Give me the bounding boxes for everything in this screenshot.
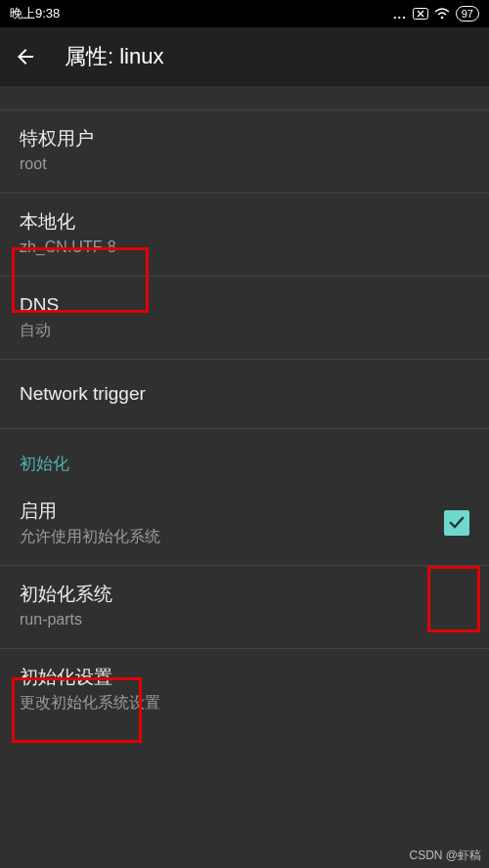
item-network-trigger[interactable]: Network trigger (0, 360, 489, 428)
item-init-settings[interactable]: 初始化设置 更改初始化系统设置 (0, 649, 489, 731)
watermark: CSDN @虾稿 (409, 847, 481, 864)
item-sub: zh_CN.UTF-8 (20, 237, 116, 258)
item-title: 本地化 (20, 209, 116, 235)
item-title: DNS (20, 292, 59, 318)
item-init-system[interactable]: 初始化系统 run-parts (0, 566, 489, 648)
item-locale[interactable]: 本地化 zh_CN.UTF-8 (0, 194, 489, 276)
section-header-init: 初始化 (0, 429, 489, 483)
item-title: 特权用户 (20, 126, 94, 152)
item-title: Network trigger (20, 381, 146, 407)
checkbox-enable-init[interactable] (444, 510, 469, 536)
status-bar: 晚上9:38 ... 97 (0, 0, 489, 27)
section-title: 初始化 (20, 455, 69, 473)
settings-list: 特权用户 root 本地化 zh_CN.UTF-8 DNS 自动 Network… (0, 86, 489, 731)
back-arrow-icon[interactable] (14, 45, 37, 68)
svg-point-1 (440, 17, 443, 20)
item-title: 初始化设置 (20, 665, 160, 690)
status-time: 晚上9:38 (10, 5, 60, 22)
wifi-icon (434, 8, 450, 20)
item-sub: 允许使用初始化系统 (20, 526, 160, 547)
app-bar: 属性: linux (0, 27, 489, 86)
close-box-icon (413, 8, 428, 20)
battery-icon: 97 (456, 6, 479, 22)
check-icon (448, 514, 466, 532)
item-title: 启用 (20, 499, 160, 524)
item-sub: 更改初始化系统设置 (20, 692, 160, 714)
item-enable-init[interactable]: 启用 允许使用初始化系统 (0, 483, 489, 565)
item-sub: run-parts (20, 609, 112, 630)
signal-dots-icon: ... (393, 7, 407, 22)
item-title: 初始化系统 (20, 582, 112, 607)
item-privileged-user[interactable]: 特权用户 root (0, 110, 489, 193)
page-title: 属性: linux (65, 42, 163, 71)
item-dns[interactable]: DNS 自动 (0, 277, 489, 359)
item-sub: root (20, 153, 94, 175)
item-sub: 自动 (20, 320, 59, 341)
